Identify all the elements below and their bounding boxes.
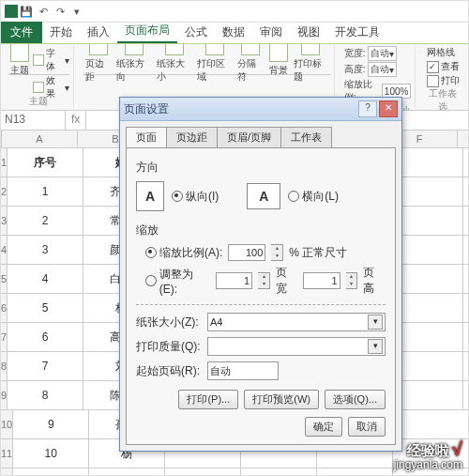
fit-height-input[interactable]: 1 [303,272,340,289]
adjust-to-radio[interactable]: 缩放比例(A): [145,245,222,261]
ok-button[interactable]: 确定 [305,417,342,437]
tab-view[interactable]: 视图 [290,22,327,43]
tab-formulas[interactable]: 公式 [177,22,215,43]
fit-width-spinner[interactable]: ▴▾ [258,272,270,289]
qat-undo-icon[interactable]: ↶ [37,5,50,18]
margins-button[interactable]: 页边距 [83,44,113,85]
print-quality-combo[interactable]: ▾ [207,337,386,356]
fx-icon[interactable]: fx [66,111,86,130]
cell[interactable]: 11 [13,468,89,476]
dialog-close-button[interactable]: ✕ [379,100,398,117]
row-head[interactable]: 8 [1,352,8,380]
chevron-down-icon[interactable]: ▾ [368,315,383,330]
cell[interactable] [463,207,469,235]
fit-to-radio[interactable]: 调整为(E): [145,267,210,296]
size-button[interactable]: 纸张大小 [155,44,193,85]
chevron-down-icon[interactable]: ▾ [368,339,383,354]
ribbon-tabs: 文件 开始 插入 页面布局 公式 数据 审阅 视图 开发工具 [1,23,468,44]
cell[interactable] [463,236,469,264]
dialog-help-button[interactable]: ? [358,100,377,117]
tab-home[interactable]: 开始 [42,22,80,43]
row-head[interactable]: 3 [1,207,8,235]
cell[interactable]: 2 [8,207,83,235]
tab-review[interactable]: 审阅 [252,22,290,43]
dialog-tab-page[interactable]: 页面 [126,127,167,147]
cell[interactable] [463,294,469,322]
row-head[interactable]: 2 [1,177,8,206]
print-checkbox[interactable]: 打印 [427,74,460,87]
theme-fonts-button[interactable]: 字体▾ [33,47,69,73]
cell[interactable] [463,148,469,177]
portrait-radio[interactable]: 纵向(I) [172,189,219,205]
cell[interactable] [463,323,469,351]
tab-developer[interactable]: 开发工具 [327,22,387,43]
cell[interactable]: 8 [8,381,83,409]
cell[interactable]: 男 [165,468,241,476]
background-button[interactable]: 背景 [267,44,290,79]
cell[interactable] [463,381,469,409]
breaks-button[interactable]: 分隔符 [235,44,265,85]
row-head[interactable]: 6 [1,294,8,322]
tab-page-layout[interactable]: 页面布局 [117,20,177,43]
print-button[interactable]: 打印(P)... [178,390,238,409]
cell[interactable]: 66 [241,468,317,476]
tab-file[interactable]: 文件 [1,22,42,43]
cell[interactable]: 3 [8,236,83,264]
col-G[interactable]: G [458,131,469,147]
dialog-tab-margins[interactable]: 页边距 [166,127,218,147]
qat-redo-icon[interactable]: ↷ [53,5,67,18]
cell[interactable] [463,265,469,293]
qat-more-icon[interactable]: ▾ [70,5,83,18]
view-checkbox[interactable]: ✓查看 [427,60,460,73]
cell[interactable]: 6 [8,323,83,351]
print-titles-button[interactable]: 打印标题 [292,44,330,85]
cell[interactable]: 4 [8,265,83,293]
fit-height-spinner[interactable]: ▴▾ [346,272,358,289]
cell[interactable] [463,352,469,380]
cell[interactable]: 9 [13,410,89,438]
row-head[interactable]: 11 [1,439,13,468]
qat-save-icon[interactable]: 💾 [20,5,33,18]
height-select[interactable]: 自动▾ [368,62,397,77]
row-head[interactable]: 5 [1,265,8,293]
name-box[interactable]: N13 [1,111,66,130]
cell[interactable]: 10 [13,439,89,468]
print-preview-button[interactable]: 打印预览(W) [244,390,319,409]
landscape-radio[interactable]: 横向(L) [288,189,339,205]
cell[interactable]: 5 [8,294,83,322]
cell[interactable]: 1 [8,177,83,206]
tab-insert[interactable]: 插入 [80,22,117,43]
excel-icon [5,5,18,18]
cell[interactable]: 7 [8,352,83,380]
dialog-titlebar[interactable]: 页面设置 ? ✕ [120,98,401,121]
cell[interactable] [393,410,469,438]
cell[interactable] [317,468,393,476]
adjust-spinner[interactable]: ▴▾ [271,244,283,261]
dialog-tab-headerfooter[interactable]: 页眉/页脚 [217,127,281,147]
row-head[interactable]: 9 [1,381,8,409]
row-head[interactable]: 12 [1,468,13,476]
scaling-section-label: 缩放 [136,223,386,238]
adjust-suffix: % 正常尺寸 [289,245,347,261]
orientation-button[interactable]: 纸张方向 [114,44,153,85]
first-page-input[interactable]: 自动 [207,361,279,380]
dialog-tab-sheet[interactable]: 工作表 [280,127,332,147]
cancel-button[interactable]: 取消 [348,417,386,437]
row-head[interactable]: 4 [1,236,8,264]
cell[interactable] [463,177,469,206]
row-head[interactable]: 10 [1,410,13,438]
themes-button[interactable]: 主题 [8,44,31,79]
options-button[interactable]: 选项(Q)... [325,390,386,409]
width-select[interactable]: 自动▾ [368,46,397,61]
theme-colors-button[interactable]: 颜色▾ [33,44,69,46]
cell[interactable]: 高雅谁 [89,468,165,476]
tab-data[interactable]: 数据 [215,22,252,43]
cell[interactable]: 序号 [8,148,83,177]
fit-width-input[interactable]: 1 [216,272,252,289]
print-area-button[interactable]: 打印区域 [195,44,234,85]
row-head-1[interactable]: 1 [1,148,8,177]
paper-size-combo[interactable]: A4▾ [207,313,386,331]
col-A[interactable]: A [2,131,78,147]
adjust-value-input[interactable]: 100 [228,244,265,261]
row-head[interactable]: 7 [1,323,8,351]
